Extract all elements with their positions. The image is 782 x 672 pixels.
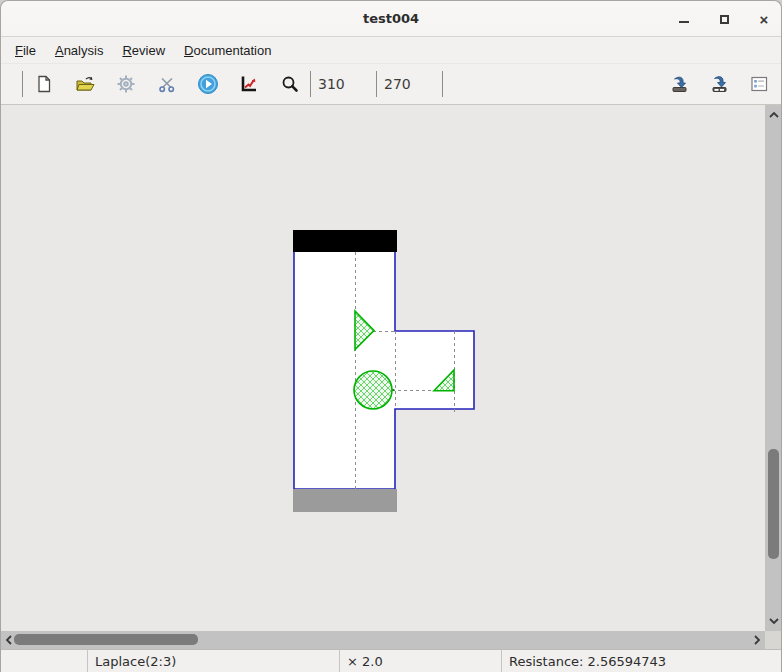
status-mode: Laplace(2:3) bbox=[87, 650, 339, 672]
export-image-set-button[interactable] bbox=[707, 71, 731, 97]
open-file-button[interactable] bbox=[73, 71, 97, 97]
chevron-up-icon bbox=[768, 111, 780, 119]
chevron-down-icon bbox=[768, 617, 780, 625]
horizontal-scrollbar[interactable] bbox=[1, 631, 765, 649]
menu-analysis[interactable]: Analysis bbox=[49, 41, 109, 60]
menu-documentation[interactable]: Documentation bbox=[178, 41, 277, 60]
scroll-right-button[interactable] bbox=[750, 633, 764, 647]
minimize-button[interactable] bbox=[675, 10, 693, 28]
toolbar-separator bbox=[22, 71, 23, 97]
cut-button[interactable] bbox=[155, 71, 179, 97]
play-icon bbox=[197, 73, 219, 95]
toolbar-separator bbox=[376, 71, 377, 97]
results-chart-button[interactable] bbox=[237, 71, 261, 97]
app-window: test004 × File Analysis Review Documenta… bbox=[0, 0, 782, 672]
scroll-up-button[interactable] bbox=[767, 108, 781, 122]
window-title: test004 bbox=[363, 11, 419, 26]
menu-file[interactable]: File bbox=[9, 41, 42, 60]
maximize-button[interactable] bbox=[715, 10, 733, 28]
height-field[interactable]: 270 bbox=[384, 76, 412, 92]
top-conductor-bar bbox=[293, 230, 397, 252]
form-properties-icon bbox=[749, 74, 769, 94]
status-empty bbox=[1, 650, 87, 672]
new-file-button[interactable] bbox=[32, 71, 56, 97]
vertical-scrollbar[interactable] bbox=[765, 105, 782, 631]
status-resistance: Resistance: 2.56594743 bbox=[501, 650, 781, 672]
zoom-button[interactable] bbox=[278, 71, 302, 97]
structure-drawing bbox=[1, 105, 765, 631]
new-document-icon bbox=[34, 74, 54, 94]
menu-review[interactable]: Review bbox=[116, 41, 171, 60]
settings-button[interactable] bbox=[114, 71, 138, 97]
toolbar-separator bbox=[442, 71, 443, 97]
minimize-icon bbox=[679, 15, 689, 23]
green-circle bbox=[354, 371, 392, 409]
close-button[interactable]: × bbox=[755, 10, 773, 28]
toolbar-separator bbox=[310, 71, 311, 97]
export-image-button[interactable] bbox=[667, 71, 691, 97]
bottom-conductor-bar bbox=[293, 489, 397, 512]
menubar: File Analysis Review Documentation bbox=[1, 37, 781, 63]
scroll-down-button[interactable] bbox=[767, 614, 781, 628]
window-controls: × bbox=[675, 1, 773, 37]
vertical-scrollbar-thumb[interactable] bbox=[768, 449, 779, 559]
setup-form-button[interactable] bbox=[747, 71, 771, 97]
chevron-right-icon bbox=[753, 634, 761, 646]
maximize-icon bbox=[720, 15, 729, 24]
toolbar: 310 270 bbox=[1, 63, 781, 105]
width-field[interactable]: 310 bbox=[318, 76, 346, 92]
dielectric-region bbox=[294, 252, 474, 489]
gear-icon bbox=[116, 74, 136, 94]
export-image-icon bbox=[669, 74, 690, 94]
close-icon: × bbox=[760, 12, 769, 27]
scissors-icon bbox=[157, 74, 177, 94]
status-zoom: × 2.0 bbox=[339, 650, 501, 672]
horizontal-scrollbar-thumb[interactable] bbox=[14, 634, 198, 645]
scrollbar-corner bbox=[765, 631, 782, 649]
chevron-left-icon bbox=[5, 634, 13, 646]
run-button[interactable] bbox=[196, 71, 220, 97]
titlebar: test004 × bbox=[1, 1, 781, 37]
statusbar: Laplace(2:3) × 2.0 Resistance: 2.5659474… bbox=[1, 649, 781, 672]
magnifier-icon bbox=[280, 74, 300, 94]
chart-icon bbox=[239, 74, 259, 94]
open-folder-icon bbox=[74, 74, 96, 94]
drawing-canvas[interactable] bbox=[1, 105, 765, 631]
export-image-set-icon bbox=[709, 74, 730, 94]
